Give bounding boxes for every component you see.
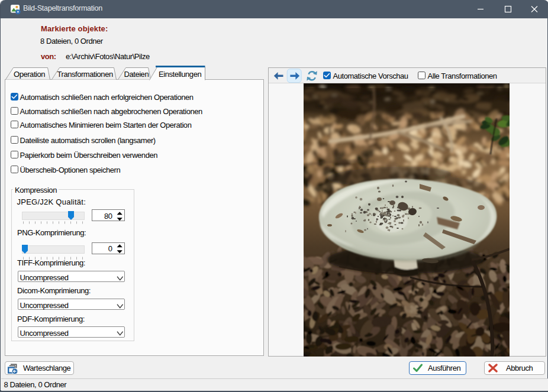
svg-text:Einstellungen: Einstellungen xyxy=(159,70,201,79)
svg-text:Transformationen: Transformationen xyxy=(57,70,113,79)
svg-text:Dateien: Dateien xyxy=(124,70,149,79)
svg-text:Operation: Operation xyxy=(14,70,45,79)
